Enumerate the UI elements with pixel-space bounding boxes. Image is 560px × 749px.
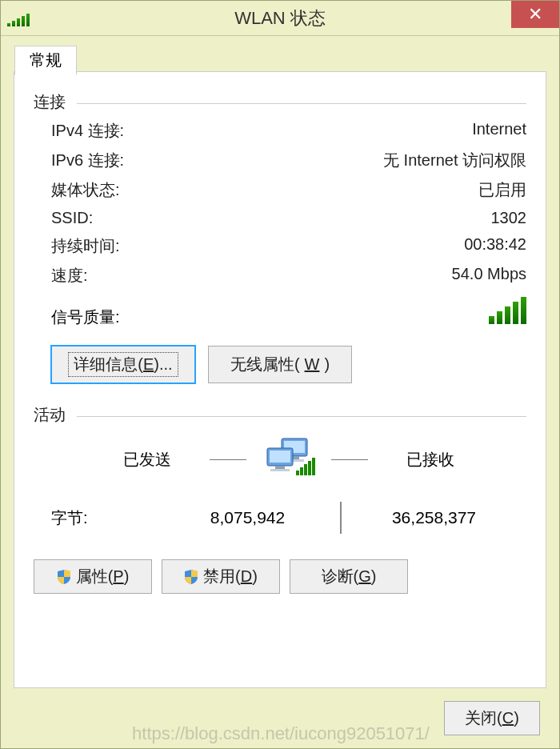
svg-rect-6 xyxy=(275,466,285,469)
close-suffix: ) xyxy=(514,709,519,727)
wireless-access-key: W xyxy=(305,355,320,374)
disable-access-key: D xyxy=(241,567,252,585)
label-media: 媒体状态: xyxy=(51,179,120,201)
value-bytes-received: 36,258,377 xyxy=(342,508,526,527)
row-ipv6: IPv6 连接: 无 Internet 访问权限 xyxy=(34,146,526,175)
value-media: 已启用 xyxy=(478,179,526,201)
details-button-prefix: 详细信息( xyxy=(74,355,143,373)
svg-rect-11 xyxy=(308,461,311,475)
wireless-button-prefix: 无线属性( xyxy=(230,354,300,375)
row-ipv4: IPv4 连接: Internet xyxy=(34,116,526,146)
label-ipv6: IPv6 连接: xyxy=(51,150,124,171)
details-button-suffix: )... xyxy=(154,355,172,373)
uac-shield-icon xyxy=(184,569,198,585)
value-ipv6: 无 Internet 访问权限 xyxy=(383,150,526,171)
disable-prefix: 禁用( xyxy=(203,567,241,585)
svg-rect-8 xyxy=(296,471,299,475)
window-close-button[interactable]: ✕ xyxy=(511,1,559,28)
section-activity-title: 活动 xyxy=(34,404,526,426)
value-ssid: 1302 xyxy=(491,209,527,227)
properties-access-key: P xyxy=(113,567,123,585)
disable-suffix: ) xyxy=(252,567,258,585)
wireless-button-suffix: ) xyxy=(324,355,330,374)
section-connection-title: 连接 xyxy=(34,91,526,113)
tab-header: 常规 xyxy=(14,45,77,74)
bytes-row: 字节: 8,075,942 36,258,377 xyxy=(51,482,526,542)
row-speed: 速度: 54.0 Mbps xyxy=(34,261,526,290)
details-button[interactable]: 详细信息(E)... xyxy=(51,346,195,383)
svg-rect-9 xyxy=(300,467,303,475)
label-duration: 持续时间: xyxy=(51,235,120,257)
svg-rect-10 xyxy=(304,464,307,475)
uac-shield-icon xyxy=(57,569,71,585)
label-ssid: SSID: xyxy=(51,209,93,227)
window-title: WLAN 状态 xyxy=(1,6,559,30)
dash-left xyxy=(210,459,246,460)
dash-right xyxy=(331,459,368,460)
properties-suffix: ) xyxy=(124,567,130,585)
tab-panel: 常规 连接 IPv4 连接: Internet IPv6 连接: 无 Inter… xyxy=(14,71,546,688)
svg-rect-5 xyxy=(270,451,290,463)
properties-prefix: 属性( xyxy=(76,567,114,585)
row-signal: 信号质量: xyxy=(34,290,526,333)
close-access-key: C xyxy=(502,709,514,727)
close-button[interactable]: 关闭(C) xyxy=(444,701,540,735)
diagnose-access-key: G xyxy=(358,567,371,585)
label-sent: 已发送 xyxy=(99,449,195,471)
diagnose-prefix: 诊断( xyxy=(322,567,359,585)
wlan-status-window: WLAN 状态 ✕ 常规 连接 IPv4 连接: Internet IPv6 连… xyxy=(0,0,560,749)
titlebar: WLAN 状态 ✕ xyxy=(1,1,559,36)
svg-rect-12 xyxy=(312,458,315,475)
content-area: 常规 连接 IPv4 连接: Internet IPv6 连接: 无 Inter… xyxy=(1,36,559,748)
properties-button[interactable]: 属性(P) xyxy=(34,559,152,594)
details-access-key: E xyxy=(143,355,154,373)
signal-strength-icon xyxy=(489,295,526,328)
row-ssid: SSID: 1302 xyxy=(34,205,526,231)
label-bytes: 字节: xyxy=(51,507,155,529)
tab-general[interactable]: 常规 xyxy=(14,46,77,75)
close-prefix: 关闭( xyxy=(465,709,502,727)
value-ipv4: Internet xyxy=(472,120,526,142)
disable-button[interactable]: 禁用(D) xyxy=(162,559,280,594)
value-speed: 54.0 Mbps xyxy=(452,265,526,286)
value-bytes-sent: 8,075,942 xyxy=(155,508,340,527)
diagnose-button[interactable]: 诊断(G) xyxy=(290,559,408,594)
wireless-properties-button[interactable]: 无线属性(W) xyxy=(208,346,352,383)
activity-header: 已发送 xyxy=(51,437,526,482)
network-computers-icon xyxy=(261,437,317,482)
dialog-footer: 关闭(C) xyxy=(14,701,546,735)
diagnose-suffix: ) xyxy=(371,567,377,585)
label-signal: 信号质量: xyxy=(51,306,120,328)
close-icon: ✕ xyxy=(528,4,542,25)
label-speed: 速度: xyxy=(51,265,88,286)
label-ipv4: IPv4 连接: xyxy=(51,120,124,142)
wlan-signal-icon xyxy=(7,12,30,30)
activity-buttons: 属性(P) 禁用(D) 诊断(G) xyxy=(34,559,526,594)
connection-buttons: 详细信息(E)... 无线属性(W) xyxy=(34,333,526,390)
row-media: 媒体状态: 已启用 xyxy=(34,175,526,205)
label-received: 已接收 xyxy=(382,449,478,471)
svg-rect-7 xyxy=(270,469,290,471)
row-duration: 持续时间: 00:38:42 xyxy=(34,231,526,261)
value-duration: 00:38:42 xyxy=(464,235,526,257)
activity-grid: 已发送 xyxy=(34,437,526,542)
